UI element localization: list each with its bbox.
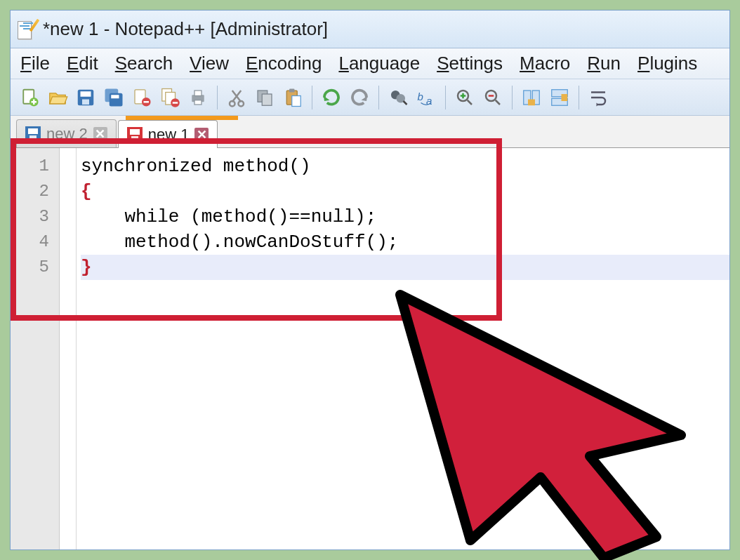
app-icon xyxy=(16,18,36,41)
menu-language[interactable]: Language xyxy=(338,53,420,74)
toolbar-separator xyxy=(312,86,312,109)
menu-encoding[interactable]: Encoding xyxy=(246,53,322,74)
svg-rect-22 xyxy=(292,95,301,106)
code-line[interactable]: while (method()==null); xyxy=(81,204,729,229)
svg-rect-21 xyxy=(289,88,295,92)
copy-icon[interactable] xyxy=(251,84,278,111)
svg-point-17 xyxy=(239,101,244,107)
menu-file[interactable]: File xyxy=(20,53,50,74)
svg-rect-19 xyxy=(262,94,272,105)
svg-rect-14 xyxy=(194,91,201,96)
toolbar-separator xyxy=(217,86,218,109)
zoom-out-icon[interactable] xyxy=(480,84,506,111)
tab-label: new 2 xyxy=(46,125,88,143)
tab-new-2[interactable]: new 2 ✕ xyxy=(16,119,117,147)
find-icon[interactable] xyxy=(385,84,411,111)
line-number: 5 xyxy=(11,255,59,280)
tab-label: new 1 xyxy=(148,126,190,144)
replace-icon[interactable]: ba xyxy=(413,84,440,111)
fold-margin[interactable] xyxy=(60,148,77,549)
close-all-icon[interactable] xyxy=(157,84,183,111)
menu-macro[interactable]: Macro xyxy=(520,53,570,74)
save-icon xyxy=(25,126,41,142)
toolbar-separator xyxy=(512,86,513,109)
redo-icon[interactable] xyxy=(346,84,373,111)
menu-edit[interactable]: Edit xyxy=(67,53,98,74)
code-line[interactable]: method().nowCanDoStuff(); xyxy=(81,229,729,255)
window-title: *new 1 - Notepad++ [Administrator] xyxy=(43,18,328,40)
cut-icon[interactable] xyxy=(223,84,250,111)
menu-settings[interactable]: Settings xyxy=(437,53,503,74)
toolbar-separator xyxy=(579,86,579,109)
sync-h-icon[interactable] xyxy=(546,84,573,111)
line-number: 1 xyxy=(11,154,59,179)
save-unsaved-icon xyxy=(127,127,143,142)
save-all-icon[interactable] xyxy=(100,84,127,111)
toolbar: ba xyxy=(11,79,729,116)
toolbar-separator xyxy=(378,86,379,109)
menu-plugins[interactable]: Plugins xyxy=(637,53,697,74)
svg-rect-4 xyxy=(82,99,89,105)
svg-point-16 xyxy=(230,101,235,107)
menu-view[interactable]: View xyxy=(190,53,229,74)
menu-run[interactable]: Run xyxy=(587,53,621,74)
line-number: 3 xyxy=(11,204,59,229)
close-icon-tb[interactable] xyxy=(128,84,155,111)
line-number-gutter: 1 2 3 4 5 xyxy=(11,148,60,549)
svg-rect-7 xyxy=(111,95,119,98)
app-window: *new 1 - Notepad++ [Administrator] File … xyxy=(10,10,730,550)
sync-v-icon[interactable] xyxy=(518,84,545,111)
tab-new-1[interactable]: new 1 ✕ xyxy=(118,120,218,148)
line-number: 4 xyxy=(11,229,59,255)
menu-bar[interactable]: File Edit Search View Encoding Language … xyxy=(11,48,729,79)
zoom-in-icon[interactable] xyxy=(451,84,478,111)
paste-icon[interactable] xyxy=(279,84,306,111)
print-icon[interactable] xyxy=(185,84,211,111)
code-line[interactable]: } xyxy=(81,255,729,280)
svg-rect-15 xyxy=(194,100,201,104)
close-icon[interactable]: ✕ xyxy=(93,127,107,141)
line-number: 2 xyxy=(11,179,59,204)
tab-strip: new 2 ✕ new 1 ✕ xyxy=(11,116,729,148)
undo-icon[interactable] xyxy=(318,84,345,111)
code-line[interactable]: { xyxy=(81,179,729,204)
wrap-icon[interactable] xyxy=(585,84,612,111)
svg-rect-31 xyxy=(528,99,535,105)
svg-rect-3 xyxy=(81,91,91,97)
close-icon[interactable]: ✕ xyxy=(194,128,209,142)
menu-search[interactable]: Search xyxy=(115,53,173,74)
new-file-icon[interactable] xyxy=(16,84,43,111)
svg-text:b: b xyxy=(418,90,423,102)
open-file-icon[interactable] xyxy=(44,84,71,111)
code-editor[interactable]: 1 2 3 4 5 synchronized method() { while … xyxy=(11,148,729,549)
save-icon[interactable] xyxy=(72,84,99,111)
toolbar-separator xyxy=(445,86,446,109)
code-line[interactable]: synchronized method() xyxy=(81,154,729,179)
code-area[interactable]: synchronized method() { while (method()=… xyxy=(77,148,729,549)
title-bar[interactable]: *new 1 - Notepad++ [Administrator] xyxy=(11,11,729,48)
svg-rect-34 xyxy=(562,94,568,101)
